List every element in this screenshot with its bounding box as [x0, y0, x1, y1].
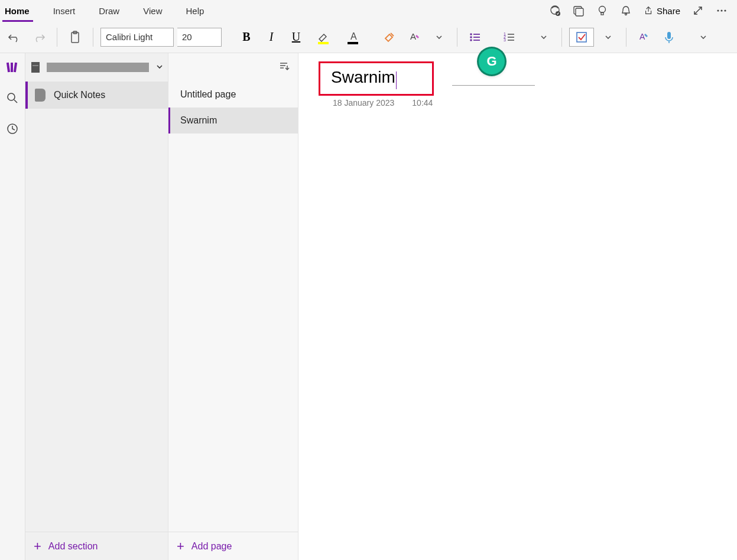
svg-line-35: [14, 100, 17, 103]
notebooks-icon[interactable]: [5, 60, 20, 74]
bold-button[interactable]: B: [236, 27, 257, 48]
notebook-name-redacted: [47, 63, 149, 72]
title-underline: [452, 85, 535, 86]
sections-panel: Quick Notes + Add section: [25, 53, 168, 560]
left-rail: [0, 53, 25, 560]
numbered-list-button[interactable]: 123: [499, 27, 520, 48]
formatting-toolbar: B I U A A 123 A: [0, 21, 737, 53]
separator: [57, 28, 57, 47]
font-color-button[interactable]: A: [340, 27, 366, 48]
clear-format-button[interactable]: [379, 27, 400, 48]
bell-icon[interactable]: [620, 5, 632, 17]
todo-tag-button[interactable]: [569, 28, 594, 47]
svg-rect-3: [576, 8, 583, 16]
add-section-label: Add section: [48, 541, 98, 552]
svg-point-9: [724, 9, 726, 11]
svg-rect-33: [14, 63, 17, 72]
text-cursor: [396, 71, 397, 89]
add-page-label: Add page: [191, 541, 232, 552]
svg-rect-14: [348, 42, 358, 44]
pages-header: [168, 53, 298, 82]
svg-text:A: A: [350, 31, 357, 41]
format-painter-button[interactable]: A: [404, 27, 425, 48]
font-name-input[interactable]: [100, 28, 174, 47]
svg-rect-12: [318, 42, 329, 44]
fullscreen-icon[interactable]: [692, 5, 704, 17]
redo-button[interactable]: [28, 27, 50, 48]
tags-dropdown[interactable]: [598, 27, 619, 48]
tab-draw[interactable]: Draw: [99, 2, 130, 19]
svg-text:3: 3: [504, 38, 506, 42]
feed-icon[interactable]: [573, 5, 585, 17]
sort-icon[interactable]: [278, 60, 290, 74]
grammarly-glyph: G: [486, 54, 496, 69]
main-area: Quick Notes + Add section Untitled page …: [0, 53, 737, 560]
pages-filler: [168, 134, 298, 532]
page-item-swarnim[interactable]: Swarnim: [168, 108, 298, 134]
chevron-down-icon: [156, 63, 163, 72]
note-date[interactable]: 18 January 2023: [333, 98, 394, 108]
note-canvas[interactable]: Swarnim 18 January 2023 10:44: [298, 53, 737, 560]
title-highlight-annotation: Swarnim: [319, 61, 434, 96]
highlight-button[interactable]: [310, 27, 336, 48]
search-icon[interactable]: [5, 91, 20, 105]
tab-view[interactable]: View: [143, 2, 173, 19]
svg-point-4: [599, 6, 605, 13]
svg-point-8: [720, 9, 722, 11]
share-button[interactable]: Share: [644, 5, 680, 16]
svg-text:A: A: [410, 31, 416, 41]
title-container: Swarnim: [319, 61, 434, 96]
note-time[interactable]: 10:44: [412, 98, 433, 108]
svg-rect-32: [11, 63, 13, 72]
svg-point-7: [717, 9, 719, 11]
section-item-quick-notes[interactable]: Quick Notes: [25, 82, 168, 109]
lightbulb-icon[interactable]: [596, 5, 608, 17]
pages-panel: Untitled page Swarnim + Add page: [168, 53, 298, 560]
underline-button[interactable]: U: [285, 27, 307, 48]
svg-point-17: [470, 36, 472, 38]
separator: [93, 28, 93, 47]
menu-right: Share: [549, 5, 732, 17]
ink-button[interactable]: A: [634, 27, 655, 48]
dictate-button[interactable]: [658, 27, 680, 48]
clipboard-button[interactable]: [64, 27, 86, 48]
sync-icon[interactable]: [549, 5, 561, 17]
svg-point-16: [470, 33, 472, 35]
separator: [561, 28, 562, 47]
notebook-selector[interactable]: [25, 53, 168, 82]
tab-home[interactable]: Home: [5, 2, 40, 19]
svg-rect-28: [577, 32, 586, 42]
overflow-dropdown[interactable]: [693, 27, 714, 48]
page-title[interactable]: Swarnim: [331, 68, 395, 86]
add-section-button[interactable]: + Add section: [25, 532, 168, 560]
grammarly-badge[interactable]: G: [479, 48, 505, 74]
font-size-input[interactable]: [177, 28, 222, 47]
page-title-label: Swarnim: [180, 115, 217, 126]
share-label: Share: [657, 6, 680, 16]
more-icon[interactable]: [716, 5, 728, 17]
more-formatting-dropdown[interactable]: [428, 27, 450, 48]
plus-icon: +: [34, 539, 41, 554]
tab-insert[interactable]: Insert: [53, 2, 86, 19]
bullet-list-button[interactable]: [465, 27, 486, 48]
page-title-label: Untitled page: [180, 89, 236, 100]
section-label: Quick Notes: [54, 90, 105, 100]
svg-rect-37: [31, 62, 40, 73]
notebook-icon: [30, 61, 42, 73]
add-page-button[interactable]: + Add page: [168, 532, 298, 560]
page-item-untitled[interactable]: Untitled page: [168, 82, 298, 108]
svg-point-18: [470, 39, 472, 41]
separator: [457, 28, 457, 47]
list-dropdown[interactable]: [533, 27, 554, 48]
note-meta: 18 January 2023 10:44: [333, 98, 433, 108]
separator: [626, 28, 626, 47]
undo-button[interactable]: [4, 27, 25, 48]
recent-icon[interactable]: [5, 122, 20, 136]
svg-text:A: A: [639, 32, 645, 41]
tab-help[interactable]: Help: [186, 2, 215, 19]
svg-rect-31: [7, 63, 10, 72]
italic-button[interactable]: I: [261, 27, 282, 48]
svg-point-34: [8, 93, 15, 100]
svg-rect-38: [33, 65, 38, 66]
section-tab-icon: [35, 89, 46, 102]
